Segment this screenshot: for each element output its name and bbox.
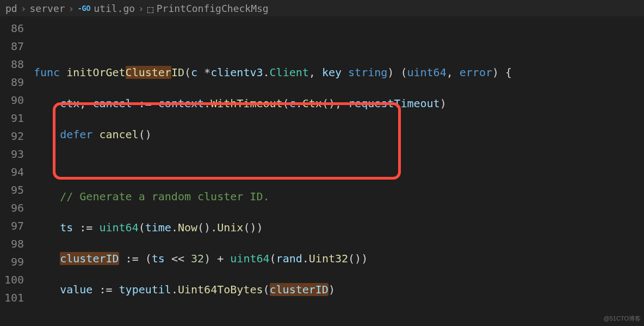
keyword: func [34, 66, 66, 79]
code-editor[interactable]: 86 87 88 89 90 91 92 93 94 95 96 97 98 9… [0, 16, 644, 326]
call: Now [178, 221, 197, 234]
call: Uint64ToBytes [178, 283, 263, 296]
number: 32 [191, 252, 204, 265]
breadcrumb-item[interactable]: server [30, 3, 65, 14]
type: uint64 [99, 221, 138, 234]
line-number: 88 [0, 56, 24, 73]
line-number: 97 [0, 217, 24, 235]
indent [34, 252, 60, 265]
breadcrumb-sep: › [138, 3, 144, 14]
call: Ctx [302, 97, 322, 110]
punct: ( [263, 283, 269, 296]
punct: ) { [492, 66, 512, 79]
breadcrumb-item[interactable]: pd [5, 3, 17, 14]
line-number: 100 [0, 271, 24, 289]
param: c [191, 66, 197, 79]
code-line[interactable] [34, 33, 644, 51]
pkg: rand [276, 252, 302, 265]
punct: . [302, 252, 309, 265]
line-number: 98 [0, 235, 24, 253]
punct: ) [440, 97, 447, 110]
punct: . [296, 97, 302, 110]
punct: , [309, 66, 322, 79]
param: key [322, 66, 342, 79]
line-number: 89 [0, 73, 24, 91]
line-number: 87 [0, 38, 24, 56]
punct: ) [329, 283, 335, 296]
line-number: 95 [0, 181, 24, 199]
op: := [73, 221, 99, 234]
punct: ()) [348, 252, 368, 265]
code-line[interactable] [34, 157, 644, 175]
type: uint64 [407, 66, 446, 79]
breadcrumb-sep: › [69, 3, 75, 14]
code-line[interactable] [34, 312, 644, 326]
pkg: time [145, 221, 171, 234]
var: value [60, 283, 92, 296]
var: cancel [92, 97, 132, 110]
var: ts [152, 252, 165, 265]
line-number: 94 [0, 163, 24, 181]
pkg: typeutil [119, 283, 171, 296]
code-line[interactable]: defer cancel() [34, 126, 644, 144]
var: c [289, 97, 296, 110]
line-number: 92 [0, 127, 24, 145]
search-highlight: clusterID [270, 283, 329, 296]
line-number [0, 307, 24, 325]
line-number: 96 [0, 199, 24, 217]
punct: () [139, 128, 152, 141]
punct: ( [270, 252, 276, 265]
code-line[interactable]: ts := uint64(time.Now().Unix()) [34, 219, 644, 237]
indent [34, 128, 60, 141]
code-line[interactable]: ctx, cancel := context.WithTimeout(c.Ctx… [34, 95, 644, 113]
type: error [460, 66, 492, 79]
indent [34, 97, 60, 110]
punct: ( [184, 66, 191, 79]
var: ts [60, 221, 73, 234]
indent [34, 283, 60, 296]
breadcrumb-item[interactable]: PrintConfigCheckMsg [157, 3, 269, 14]
punct: , [79, 97, 92, 110]
line-number-gutter: 86 87 88 89 90 91 92 93 94 95 96 97 98 9… [0, 16, 34, 326]
punct: (). [197, 221, 217, 234]
code-area[interactable]: func initOrGetClusterID(c *clientv3.Clie… [34, 16, 644, 326]
line-number: 93 [0, 145, 24, 163]
punct: ) ( [387, 66, 407, 79]
type: uint64 [230, 252, 269, 265]
type: Client [270, 66, 309, 79]
code-line[interactable]: // Generate a random cluster ID. [34, 188, 644, 206]
code-line[interactable]: value := typeutil.Uint64ToBytes(clusterI… [34, 281, 644, 299]
indent [34, 221, 60, 234]
breadcrumb[interactable]: pd › server › -GO util.go › ⬚ PrintConfi… [0, 0, 644, 16]
search-highlight: clusterID [60, 252, 119, 265]
code-line[interactable]: clusterID := (ts << 32) + uint64(rand.Ui… [34, 250, 644, 268]
pkg: context [158, 97, 204, 110]
comment: // Generate a random cluster ID. [60, 190, 269, 203]
punct: ( [139, 221, 145, 234]
type: clientv3 [210, 66, 263, 79]
space [342, 66, 348, 79]
punct: * [197, 66, 210, 79]
symbol-icon: ⬚ [147, 3, 153, 15]
search-highlight: Cluster [126, 66, 171, 79]
line-number: 91 [0, 109, 24, 127]
go-file-icon: -GO [77, 4, 90, 13]
op: := ( [119, 252, 152, 265]
call: WithTimeout [210, 97, 282, 110]
call: Unix [217, 221, 243, 234]
breadcrumb-item[interactable]: util.go [94, 3, 135, 14]
punct: . [171, 283, 178, 296]
punct: , [447, 66, 460, 79]
punct: . [171, 221, 178, 234]
punct: . [204, 97, 210, 110]
punct: ()) [243, 221, 263, 234]
line-number: 90 [0, 91, 24, 109]
call: Uint32 [309, 252, 348, 265]
line-number: 86 [0, 20, 24, 38]
code-line[interactable]: func initOrGetClusterID(c *clientv3.Clie… [34, 64, 644, 82]
var: ctx [60, 97, 79, 110]
op: << [165, 252, 191, 265]
keyword: defer [60, 128, 99, 141]
type: string [348, 66, 387, 79]
line-number: 99 [0, 253, 24, 271]
